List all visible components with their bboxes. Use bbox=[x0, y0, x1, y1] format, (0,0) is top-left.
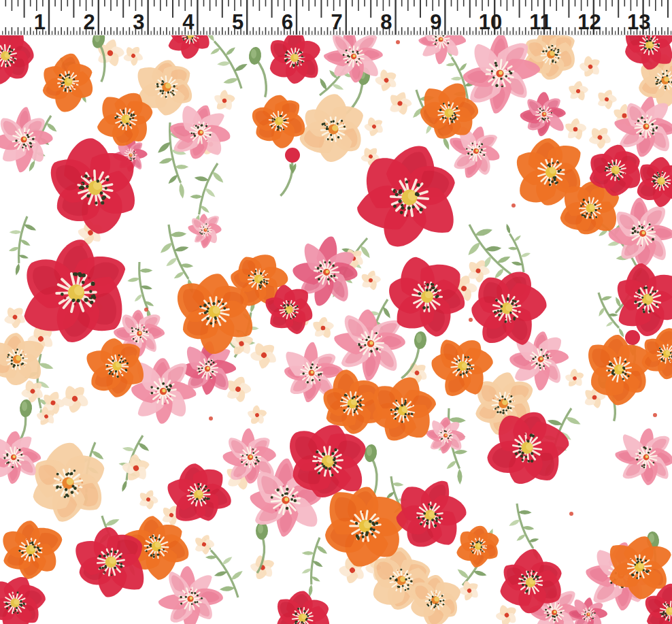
ruler-inch-line bbox=[98, 0, 99, 35]
ruler: 12345678910111213 bbox=[0, 0, 672, 35]
scatter-dot bbox=[569, 512, 573, 516]
ruler-number-10: 10 bbox=[479, 10, 502, 34]
ruler-number-9: 9 bbox=[430, 10, 441, 34]
ruler-inch-line bbox=[444, 0, 446, 35]
ruler-number-5: 5 bbox=[232, 10, 243, 34]
scatter-dot bbox=[396, 40, 400, 44]
ruler-number-8: 8 bbox=[380, 10, 392, 34]
ruler-inch-line bbox=[147, 0, 148, 35]
ruler-number-11: 11 bbox=[529, 10, 552, 34]
ruler-number-13: 13 bbox=[627, 10, 650, 34]
ruler-inch-line bbox=[246, 0, 248, 35]
ruler-number-4: 4 bbox=[182, 10, 195, 34]
ruler-number-6: 6 bbox=[282, 10, 293, 34]
scatter-dot bbox=[653, 413, 657, 417]
ruler-inch-line bbox=[48, 0, 50, 35]
ruler-number-12: 12 bbox=[577, 10, 601, 34]
fabric-swatch-image: 12345678910111213 bbox=[0, 0, 672, 624]
scatter-dot bbox=[209, 416, 213, 421]
scatter-dot bbox=[144, 308, 148, 312]
ruler-inch-line bbox=[394, 0, 396, 35]
ruler-inch-line bbox=[296, 0, 297, 35]
fabric-swatch-canvas: 12345678910111213 bbox=[0, 0, 672, 624]
ruler-number-1: 1 bbox=[34, 10, 46, 34]
scatter-dot bbox=[469, 318, 473, 322]
ruler-number-3: 3 bbox=[133, 10, 144, 34]
ruler-number-7: 7 bbox=[331, 10, 343, 34]
ruler-inch-line bbox=[197, 0, 198, 35]
ruler-inch-line bbox=[346, 0, 347, 35]
ruler-number-2: 2 bbox=[84, 10, 95, 34]
scatter-dot bbox=[511, 203, 516, 208]
